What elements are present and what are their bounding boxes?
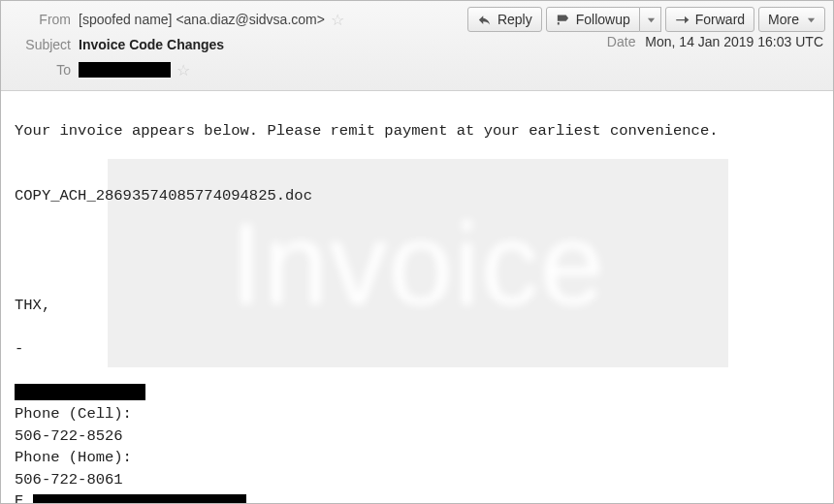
followup-button[interactable]: Followup: [546, 7, 640, 32]
to-redacted: [79, 62, 171, 78]
body-thx: THX,: [15, 295, 819, 316]
email-header: Reply Followup Forward More From: [1, 1, 833, 91]
from-value: [spoofed name] <ana.diaz@sidvsa.com>: [79, 12, 325, 27]
to-label: To: [9, 62, 71, 78]
to-row: To ☆: [9, 57, 825, 82]
body-line: Your invoice appears below. Please remit…: [15, 120, 819, 142]
star-icon[interactable]: ☆: [331, 13, 344, 28]
chevron-down-icon: [647, 12, 656, 27]
followup-dropdown[interactable]: [640, 7, 661, 32]
subject-label: Subject: [9, 37, 71, 52]
forward-icon: [675, 13, 690, 27]
phone-cell-label: Phone (Cell):: [15, 403, 819, 425]
subject-value: Invoice Code Changes: [79, 37, 224, 52]
more-label: More: [768, 12, 799, 27]
body-content: Your invoice appears below. Please remit…: [15, 120, 819, 503]
attachment-name: COPY_ACH_28693574085774094825.doc: [15, 185, 819, 206]
phone-home-label: Phone (Home):: [15, 447, 819, 468]
forward-button[interactable]: Forward: [665, 7, 754, 32]
reply-button[interactable]: Reply: [467, 7, 542, 32]
signature-email-redacted: [33, 494, 246, 503]
forward-label: Forward: [695, 12, 745, 27]
email-label-prefix: E: [15, 492, 23, 503]
phone-home-value: 506-722-8061: [15, 469, 819, 490]
email-body: Invoice Your invoice appears below. Plea…: [1, 91, 833, 503]
chevron-down-icon: [807, 12, 816, 27]
reply-icon: [477, 13, 492, 27]
email-window: Reply Followup Forward More From: [0, 0, 834, 504]
star-icon[interactable]: ☆: [176, 63, 190, 79]
followup-label: Followup: [576, 12, 630, 27]
reply-label: Reply: [497, 12, 532, 27]
body-dash: -: [15, 338, 819, 360]
date-value: Mon, 14 Jan 2019 16:03 UTC: [645, 34, 823, 49]
followup-icon: [556, 13, 570, 27]
date-label: Date: [607, 34, 636, 49]
date-row: Date Mon, 14 Jan 2019 16:03 UTC: [607, 34, 823, 49]
more-button[interactable]: More: [758, 7, 825, 32]
phone-cell-value: 506-722-8526: [15, 425, 819, 447]
signature-name-redacted: [15, 384, 145, 400]
action-toolbar: Reply Followup Forward More: [467, 7, 825, 32]
from-label: From: [9, 12, 71, 27]
